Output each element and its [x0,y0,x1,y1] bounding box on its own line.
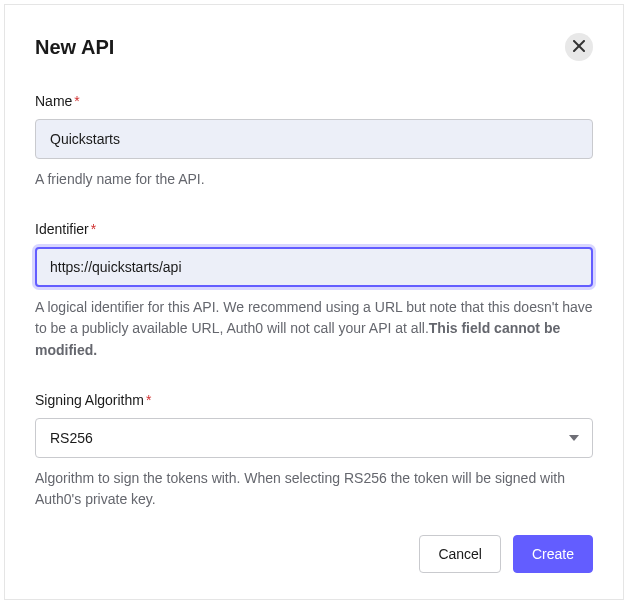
signing-select[interactable]: RS256 [35,418,593,458]
signing-label-text: Signing Algorithm [35,392,144,408]
required-marker: * [146,392,151,408]
new-api-modal: New API Name* A friendly name for the AP… [4,4,624,600]
signing-label: Signing Algorithm* [35,392,593,408]
identifier-help-text: A logical identifier for this API. We re… [35,297,593,362]
identifier-label: Identifier* [35,221,593,237]
signing-help-text: Algorithm to sign the tokens with. When … [35,468,593,511]
required-marker: * [74,93,79,109]
modal-header: New API [35,33,593,61]
close-icon [573,40,585,55]
close-button[interactable] [565,33,593,61]
modal-footer: Cancel Create [419,535,593,573]
required-marker: * [91,221,96,237]
modal-title: New API [35,36,114,59]
name-label-text: Name [35,93,72,109]
signing-select-wrapper: RS256 [35,418,593,458]
identifier-label-text: Identifier [35,221,89,237]
name-field-group: Name* A friendly name for the API. [35,93,593,191]
cancel-button[interactable]: Cancel [419,535,501,573]
identifier-input[interactable] [35,247,593,287]
name-input[interactable] [35,119,593,159]
identifier-field-group: Identifier* A logical identifier for thi… [35,221,593,362]
name-help-text: A friendly name for the API. [35,169,593,191]
name-label: Name* [35,93,593,109]
signing-field-group: Signing Algorithm* RS256 Algorithm to si… [35,392,593,511]
create-button[interactable]: Create [513,535,593,573]
